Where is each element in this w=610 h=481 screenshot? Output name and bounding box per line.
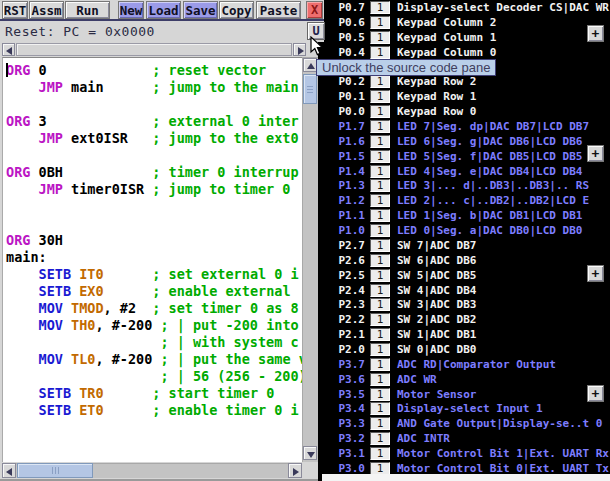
scroll-left-button[interactable] bbox=[2, 463, 16, 478]
edsim51-window: P0.71Display-select Decoder CS|DAC WRP0.… bbox=[0, 0, 610, 481]
code-line: SETB IT0 ; set external 0 i bbox=[6, 266, 302, 283]
pin-value-input[interactable]: 1 bbox=[370, 298, 390, 311]
pin-value-input[interactable]: 1 bbox=[370, 239, 390, 252]
pin-description: Keypad Row 1 bbox=[397, 90, 476, 103]
pin-value-input[interactable]: 1 bbox=[370, 328, 390, 341]
toolbar-button-load[interactable]: Load bbox=[146, 1, 181, 19]
pin-row: P0.11Keypad Row 1 bbox=[318, 90, 610, 104]
pin-value-input[interactable]: 1 bbox=[370, 313, 390, 326]
code-line: ; | 56 (256 - 200) bbox=[6, 368, 302, 385]
pin-value-input[interactable]: 1 bbox=[370, 224, 390, 237]
expand-port-view-button[interactable]: + bbox=[587, 385, 604, 402]
pin-value-input[interactable]: 1 bbox=[370, 120, 390, 133]
pin-row: P3.31AND Gate Output|Display-se..t 0 bbox=[318, 417, 610, 431]
code-line: MOV TMOD, #2 ; set timer 0 as 8 bbox=[6, 300, 302, 317]
toolbar-button-paste[interactable]: Paste bbox=[256, 1, 301, 19]
pin-value-input[interactable]: 1 bbox=[370, 432, 390, 445]
pin-row: P1.01LED 0|Seg. a|DAC DB0|LCD DB0 bbox=[318, 224, 610, 238]
toolbar-button-rst[interactable]: RST bbox=[2, 1, 28, 19]
code-line: SETB EX0 ; enable external bbox=[6, 283, 302, 300]
pin-row: P1.21LED 2|... c|..DB2|..DB2|LCD E bbox=[318, 194, 610, 208]
code-line: MOV TL0, #-200 ; | put the same v bbox=[6, 351, 302, 368]
pin-value-input[interactable]: 1 bbox=[370, 1, 390, 14]
scrollbar-thumb[interactable] bbox=[17, 463, 93, 478]
toolbar-button-copy[interactable]: Copy bbox=[219, 1, 254, 19]
pin-value-input[interactable]: 1 bbox=[370, 105, 390, 118]
pin-label: P2.0 bbox=[318, 343, 365, 356]
pin-row: P1.31LED 3|... d|..DB3|..DB3|.. RS bbox=[318, 179, 610, 193]
pin-value-input[interactable]: 1 bbox=[370, 254, 390, 267]
pin-row: P0.51Keypad Column 1 bbox=[318, 31, 610, 45]
code-line: ORG 0 ; reset vector bbox=[6, 62, 302, 79]
pin-value-input[interactable]: 1 bbox=[370, 31, 390, 44]
expand-port-view-button[interactable]: + bbox=[587, 145, 604, 162]
pin-value-input[interactable]: 1 bbox=[370, 165, 390, 178]
pin-value-input[interactable]: 1 bbox=[370, 179, 390, 192]
pin-row: P2.31SW 3|ADC DB3 bbox=[318, 298, 610, 312]
pin-value-input[interactable]: 1 bbox=[370, 90, 390, 103]
pin-description: Display-select Decoder CS|DAC WR bbox=[397, 1, 609, 14]
pin-description: AND Gate Output|Display-se..t 0 bbox=[397, 417, 602, 430]
pin-value-input[interactable]: 1 bbox=[370, 269, 390, 282]
pin-description: SW 2|ADC DB2 bbox=[397, 313, 476, 326]
toolbar-button-assm[interactable]: Assm bbox=[29, 1, 64, 19]
pin-value-input[interactable]: 1 bbox=[370, 373, 390, 386]
code-line bbox=[6, 198, 302, 215]
scroll-right-button[interactable] bbox=[293, 43, 306, 56]
scroll-down-button[interactable] bbox=[303, 446, 317, 460]
pin-description: ADC INTR bbox=[397, 432, 450, 445]
tooltip: Unlock the source code pane bbox=[316, 59, 496, 76]
pin-value-input[interactable]: 1 bbox=[370, 343, 390, 356]
code-line: ORG 0BH ; timer 0 interrup bbox=[6, 164, 302, 181]
scroll-up-button[interactable] bbox=[303, 58, 317, 72]
pin-label: P1.0 bbox=[318, 224, 365, 237]
pin-value-input[interactable]: 1 bbox=[370, 194, 390, 207]
scrollbar-thumb[interactable] bbox=[16, 43, 292, 56]
down-arrow-icon bbox=[307, 452, 315, 458]
scroll-left-button[interactable] bbox=[2, 43, 15, 56]
pin-row: P1.71LED 7|Seg. dp|DAC DB7|LCD DB7 bbox=[318, 120, 610, 134]
pin-label: P0.7 bbox=[318, 1, 365, 14]
pin-value-input[interactable]: 1 bbox=[370, 209, 390, 222]
toolbar-region: RSTAssmRunNewLoadSaveCopyPasteX Reset: P… bbox=[0, 0, 324, 42]
pin-value-input[interactable]: 1 bbox=[370, 402, 390, 415]
pin-row: P1.41LED 4|Seg. e|DAC DB4|LCD DB4 bbox=[318, 165, 610, 179]
pin-label: P2.1 bbox=[318, 328, 365, 341]
pin-value-input[interactable]: 1 bbox=[370, 447, 390, 460]
pin-label: P0.0 bbox=[318, 105, 365, 118]
pin-value-input[interactable]: 1 bbox=[370, 417, 390, 430]
scrollbar-track[interactable] bbox=[302, 57, 318, 462]
thumb-grip bbox=[55, 467, 56, 474]
pin-value-input[interactable]: 1 bbox=[370, 135, 390, 148]
status-text: Reset: PC = 0x0000 bbox=[5, 24, 155, 39]
pin-description: SW 7|ADC DB7 bbox=[397, 239, 476, 252]
pin-description: Keypad Column 0 bbox=[397, 46, 496, 59]
pin-value-input[interactable]: 1 bbox=[370, 16, 390, 29]
pin-label: P2.4 bbox=[318, 284, 365, 297]
thumb-grip bbox=[52, 467, 53, 474]
pin-value-input[interactable]: 1 bbox=[370, 358, 390, 371]
scrollbar-thumb[interactable] bbox=[303, 74, 317, 104]
pin-value-input[interactable]: 1 bbox=[370, 284, 390, 297]
close-button[interactable]: X bbox=[306, 1, 323, 19]
pin-value-input[interactable]: 1 bbox=[370, 46, 390, 59]
pin-value-input[interactable]: 1 bbox=[370, 388, 390, 401]
pin-label: P2.3 bbox=[318, 298, 365, 311]
toolbar-button-save[interactable]: Save bbox=[183, 1, 218, 19]
pin-description: Keypad Column 1 bbox=[397, 31, 496, 44]
toolbar-button-new[interactable]: New bbox=[118, 1, 144, 19]
pin-value-input[interactable]: 1 bbox=[370, 150, 390, 163]
pin-row: P2.51SW 5|ADC DB5 bbox=[318, 269, 610, 283]
code-line: ; | with system c bbox=[6, 334, 302, 351]
expand-port-view-button[interactable]: + bbox=[587, 25, 604, 42]
scroll-right-button[interactable] bbox=[288, 463, 302, 478]
expand-port-view-button[interactable]: + bbox=[587, 265, 604, 282]
toolbar-button-run[interactable]: Run bbox=[65, 1, 110, 19]
pin-value-input[interactable]: 1 bbox=[370, 75, 390, 88]
code-editor[interactable]: ORG 0 ; reset vector JMP main ; jump to … bbox=[2, 57, 302, 462]
pin-description: LED 6|Seg. g|DAC DB6|LCD DB6 bbox=[397, 135, 582, 148]
code-line: SETB TR0 ; start timer 0 bbox=[6, 385, 302, 402]
pin-label: P1.2 bbox=[318, 194, 365, 207]
pin-description: Keypad Column 2 bbox=[397, 16, 496, 29]
code-line: SETB ET0 ; enable timer 0 i bbox=[6, 402, 302, 419]
